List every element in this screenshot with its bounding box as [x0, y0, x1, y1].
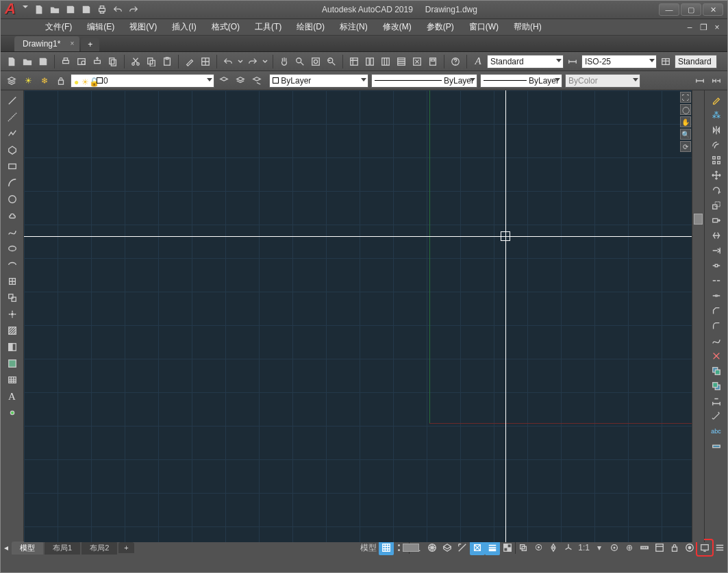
- mdi-restore-icon[interactable]: ❐: [697, 22, 710, 33]
- menu-insert[interactable]: 插入(I): [165, 19, 203, 35]
- move-icon[interactable]: [710, 168, 723, 182]
- nav-full-icon[interactable]: ⛶: [680, 92, 691, 103]
- make-block-icon[interactable]: [4, 290, 21, 305]
- isolate-obj-icon[interactable]: [682, 540, 697, 555]
- qat-saveas-icon[interactable]: [79, 3, 93, 16]
- leader-icon[interactable]: abc: [710, 424, 723, 438]
- customize-icon[interactable]: [712, 540, 727, 555]
- join-icon[interactable]: [710, 289, 723, 303]
- dyn-ucs-icon[interactable]: ⦿: [531, 540, 546, 555]
- arc-icon[interactable]: [4, 175, 21, 190]
- tab-close-icon[interactable]: ×: [71, 40, 75, 47]
- scale-icon[interactable]: [710, 199, 723, 212]
- layout-tab-add[interactable]: +: [118, 542, 134, 553]
- zoom-realtime-icon[interactable]: [293, 55, 307, 68]
- linetype-combo[interactable]: ByLayer: [269, 74, 368, 88]
- minimize-button[interactable]: —: [659, 3, 679, 16]
- design-center-icon[interactable]: [363, 55, 377, 68]
- layer-previous-icon[interactable]: [217, 74, 231, 88]
- layer-filter-icon[interactable]: ❄: [38, 74, 51, 88]
- workspace-switch-icon[interactable]: [607, 540, 622, 555]
- draworder-icon[interactable]: [710, 364, 723, 378]
- array-icon[interactable]: [710, 153, 723, 167]
- hatch-icon[interactable]: [4, 323, 21, 338]
- ellipse-arc-icon[interactable]: [4, 257, 21, 272]
- nav-zoom-icon[interactable]: 🔍: [680, 129, 691, 140]
- layer-properties-icon[interactable]: [5, 74, 18, 88]
- offset-icon[interactable]: [710, 138, 723, 152]
- maximize-button[interactable]: ▢: [681, 3, 701, 16]
- paste-icon[interactable]: [160, 55, 174, 68]
- stretch-icon[interactable]: [710, 214, 723, 227]
- match-props-icon[interactable]: [183, 55, 197, 68]
- menu-view[interactable]: 视图(V): [123, 19, 164, 35]
- ellipse-icon[interactable]: [4, 241, 21, 256]
- copy-obj-icon[interactable]: ⁂: [710, 108, 723, 122]
- chamfer-icon[interactable]: [710, 304, 723, 318]
- erase-icon[interactable]: [710, 93, 723, 107]
- rectangle-icon[interactable]: [4, 159, 21, 174]
- table-style-combo[interactable]: Standard: [675, 55, 717, 68]
- undo-icon[interactable]: [221, 55, 235, 68]
- layer-states-icon[interactable]: ☀: [21, 74, 35, 88]
- layer-combo[interactable]: ●☀🔓 0: [71, 74, 214, 88]
- otrack-icon[interactable]: [455, 540, 470, 555]
- status-model-button[interactable]: 模型: [358, 540, 379, 555]
- scroll-left-icon[interactable]: ◂: [1, 541, 12, 555]
- fillet-icon[interactable]: [710, 319, 723, 333]
- layer-lock-icon[interactable]: [54, 74, 68, 88]
- table-icon[interactable]: [4, 372, 21, 387]
- selection-filter-icon[interactable]: [546, 540, 561, 555]
- mirror-icon[interactable]: [710, 123, 723, 137]
- layer-isolate-icon[interactable]: [234, 74, 247, 88]
- circle-icon[interactable]: [4, 192, 21, 207]
- menu-file[interactable]: 文件(F): [38, 19, 79, 35]
- new-icon[interactable]: [5, 55, 18, 68]
- menu-help[interactable]: 帮助(H): [507, 19, 549, 35]
- explode-icon[interactable]: [710, 349, 723, 363]
- dim-aligned-icon[interactable]: [710, 409, 723, 423]
- mdi-minimize-icon[interactable]: –: [683, 22, 696, 33]
- clean-screen-icon[interactable]: [697, 540, 712, 555]
- menu-dimension[interactable]: 标注(N): [333, 19, 375, 35]
- open-icon[interactable]: [21, 55, 34, 68]
- gradient-icon[interactable]: [4, 340, 21, 355]
- osnap-toggle-icon[interactable]: [470, 540, 485, 555]
- break-icon[interactable]: [710, 274, 723, 288]
- menu-format[interactable]: 格式(O): [205, 19, 247, 35]
- dim-style-combo[interactable]: ISO-25: [581, 55, 657, 68]
- horizontal-scrollbar[interactable]: [136, 542, 359, 553]
- units-icon[interactable]: [637, 540, 652, 555]
- qat-print-icon[interactable]: [95, 3, 109, 16]
- point-icon[interactable]: [4, 307, 21, 322]
- text-style-combo[interactable]: Standard: [487, 55, 564, 68]
- isodraft-icon[interactable]: [440, 540, 455, 555]
- qat-open-icon[interactable]: [48, 3, 62, 16]
- plot-preview-icon[interactable]: [75, 55, 88, 68]
- drawing-canvas[interactable]: ⛶ ◯ ✋ 🔍 ⟳: [24, 90, 692, 542]
- nav-pan-icon[interactable]: ✋: [680, 116, 691, 127]
- close-button[interactable]: ✕: [703, 3, 723, 16]
- markup-icon[interactable]: [410, 55, 424, 68]
- nav-wheel-icon[interactable]: ◯: [680, 104, 691, 115]
- app-menu-button[interactable]: A: [5, 2, 25, 18]
- save-icon[interactable]: [36, 55, 50, 68]
- quick-props-icon[interactable]: [652, 540, 667, 555]
- menu-tools[interactable]: 工具(T): [248, 19, 288, 35]
- dim-continue-icon[interactable]: [710, 74, 723, 88]
- menu-draw[interactable]: 绘图(D): [290, 19, 331, 35]
- dim-linear-icon[interactable]: [693, 74, 707, 88]
- polyline-icon[interactable]: [4, 126, 21, 141]
- qat-save-icon[interactable]: [64, 3, 77, 16]
- publish-icon[interactable]: [90, 55, 104, 68]
- sheet-set-mgr-icon[interactable]: [394, 55, 408, 68]
- copy-icon[interactable]: [145, 55, 158, 68]
- plotstyle-combo[interactable]: ByLayer: [480, 74, 562, 88]
- dim-edit-icon[interactable]: [710, 440, 723, 453]
- tool-palettes-icon[interactable]: [379, 55, 392, 68]
- plot-icon[interactable]: [59, 55, 73, 68]
- nav-orbit-icon[interactable]: ⟳: [680, 141, 691, 152]
- mtext-icon[interactable]: A: [4, 389, 21, 404]
- help-icon[interactable]: [449, 55, 462, 68]
- menu-edit[interactable]: 编辑(E): [80, 19, 121, 35]
